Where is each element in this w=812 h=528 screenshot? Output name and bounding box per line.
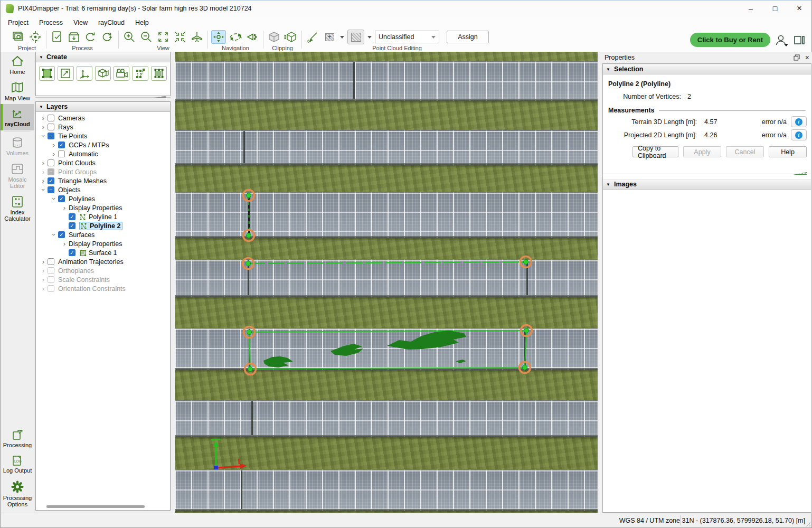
zoom-fit-icon[interactable]	[156, 30, 171, 44]
layer-row-point-groups[interactable]: › − Point Groups	[36, 167, 170, 176]
layer-row-cameras[interactable]: › Cameras	[36, 114, 170, 122]
left-panel-splitter[interactable]	[35, 96, 171, 99]
checkbox-unchecked-disabled[interactable]	[48, 276, 54, 283]
menu-raycloud[interactable]: rayCloud	[93, 17, 130, 28]
checkbox-checked[interactable]: ✓	[58, 195, 65, 202]
layer-row-surfaces[interactable]: › ✓ Surfaces	[36, 230, 170, 239]
sidebar-item-volumes[interactable]: Volumes	[1, 133, 34, 159]
chevron-right-icon[interactable]: ›	[50, 150, 58, 157]
checkbox-partial-disabled[interactable]: −	[48, 168, 54, 175]
create-object-button[interactable]	[95, 66, 111, 81]
reprocess-icon[interactable]	[83, 30, 98, 44]
viewpoint-mode-icon[interactable]	[245, 30, 260, 44]
sidebar-item-log-output[interactable]: LOG Log Output	[1, 451, 34, 477]
layer-row-surface-1[interactable]: ✓ Surface 1	[36, 248, 170, 257]
create-polyline-button[interactable]	[132, 66, 148, 81]
layer-row-orientation-constraints[interactable]: › Orientation Constraints	[36, 284, 170, 293]
checkbox-unchecked-disabled[interactable]	[48, 285, 54, 292]
checkbox-checked[interactable]: ✓	[58, 142, 65, 148]
help-button[interactable]: Help	[769, 146, 807, 157]
point-class-select[interactable]: Unclassified	[375, 31, 439, 43]
menu-process[interactable]: Process	[34, 17, 68, 28]
create-panel-header[interactable]: ▼ Create	[36, 52, 170, 62]
menu-help[interactable]: Help	[130, 17, 154, 28]
menu-view[interactable]: View	[68, 17, 93, 28]
chevron-right-icon[interactable]: ›	[60, 240, 69, 247]
create-orientation-button[interactable]	[77, 66, 92, 81]
select-region-icon[interactable]	[347, 30, 364, 44]
create-animation-trajectory-button[interactable]	[114, 66, 129, 81]
new-region-icon[interactable]: +	[322, 30, 337, 44]
checkbox-checked[interactable]: ✓	[69, 222, 75, 229]
checkbox-checked[interactable]: ✓	[69, 249, 75, 256]
checkbox-partial[interactable]: −	[48, 186, 54, 193]
processing-steps-icon[interactable]	[50, 30, 64, 44]
layer-row-tie-points[interactable]: › − Tie Points	[36, 131, 170, 140]
create-processing-area-button[interactable]	[39, 66, 55, 81]
select-region-dropdown-icon[interactable]	[367, 36, 372, 39]
properties-splitter[interactable]	[603, 172, 811, 176]
pan-mode-icon[interactable]	[211, 30, 226, 44]
checkbox-unchecked[interactable]	[48, 124, 54, 130]
clip-box-edit-icon[interactable]	[284, 30, 298, 44]
sidebar-item-map-view[interactable]: Map View	[1, 78, 34, 105]
sidebar-item-processing[interactable]: Processing	[1, 426, 34, 451]
raycloud-3d-view[interactable]	[175, 52, 598, 513]
project-images-icon[interactable]	[11, 30, 26, 44]
maximize-button[interactable]: □	[763, 1, 787, 16]
layer-row-scale-constraints[interactable]: › Scale Constraints	[36, 275, 170, 284]
reprocess-add-icon[interactable]	[100, 30, 115, 44]
checkbox-checked[interactable]: ✓	[58, 231, 65, 238]
panel-layout-icon[interactable]	[794, 35, 805, 45]
sidebar-item-raycloud[interactable]: rayCloud	[1, 104, 34, 130]
apply-button[interactable]: Apply	[683, 146, 721, 157]
chevron-right-icon[interactable]: ›	[39, 159, 48, 166]
checkbox-checked[interactable]: ✓	[69, 213, 75, 220]
layer-row-automatic[interactable]: › Automatic	[36, 149, 170, 158]
chevron-right-icon[interactable]: ›	[50, 142, 58, 148]
zoom-out-icon[interactable]	[139, 30, 154, 44]
checkbox-unchecked-disabled[interactable]	[48, 267, 54, 274]
resize-grip[interactable]	[805, 521, 810, 526]
sidebar-item-processing-options[interactable]: Processing Options	[1, 477, 34, 511]
chevron-down-icon[interactable]: ›	[40, 132, 47, 140]
draw-tool-icon[interactable]	[305, 30, 320, 44]
layer-row-gcps-mtps[interactable]: › ✓ GCPs / MTPs	[36, 140, 170, 149]
layer-row-polyline-1[interactable]: ✓ Polyline 1	[36, 212, 170, 221]
minimize-button[interactable]: –	[739, 1, 763, 16]
clip-box-icon[interactable]	[267, 30, 281, 44]
gcp-target-icon[interactable]	[28, 30, 43, 44]
menu-project[interactable]: Project	[3, 17, 34, 28]
zoom-in-icon[interactable]	[122, 30, 137, 44]
layer-row-point-clouds[interactable]: › Point Clouds	[36, 158, 170, 167]
layer-row-surfaces-display-properties[interactable]: › Display Properties	[36, 239, 170, 248]
sidebar-item-mosaic-editor[interactable]: Mosaic Editor	[1, 159, 34, 192]
selection-section-header[interactable]: ▼ Selection	[603, 64, 811, 74]
sidebar-item-home[interactable]: Home	[1, 52, 34, 78]
layer-row-animation-trajectories[interactable]: › Animation Trajectories	[36, 257, 170, 266]
checkbox-unchecked[interactable]	[48, 258, 54, 265]
layer-row-rays[interactable]: › Rays	[36, 122, 170, 131]
info-button[interactable]: i	[791, 129, 807, 140]
images-section-header[interactable]: ▼ Images	[603, 179, 811, 190]
layer-row-triangle-meshes[interactable]: › ✓ Triangle Meshes	[36, 176, 170, 185]
assign-button[interactable]: Assign	[447, 31, 489, 43]
chevron-right-icon[interactable]: ›	[39, 115, 48, 121]
chevron-right-icon[interactable]: ›	[39, 168, 48, 175]
chevron-right-icon[interactable]: ›	[39, 177, 48, 184]
open-results-icon[interactable]	[67, 30, 81, 44]
layers-panel-header[interactable]: ▼ Layers	[36, 102, 170, 112]
checkbox-unchecked[interactable]	[58, 150, 65, 157]
checkbox-partial[interactable]: −	[48, 133, 54, 139]
buy-or-rent-button[interactable]: Click to Buy or Rent	[690, 33, 770, 47]
chevron-down-icon[interactable]: ›	[40, 186, 47, 194]
sidebar-item-index-calculator[interactable]: Index Calculator	[1, 192, 34, 225]
create-scale-button[interactable]	[58, 66, 73, 81]
zoom-selection-icon[interactable]	[173, 30, 187, 44]
new-region-dropdown-icon[interactable]	[340, 36, 344, 39]
layer-row-orthoplanes[interactable]: › Orthoplanes	[36, 266, 170, 275]
layer-row-polylines[interactable]: › ✓ Polylines	[36, 194, 170, 203]
undock-icon[interactable]	[794, 54, 800, 61]
chevron-right-icon[interactable]: ›	[60, 204, 69, 211]
layer-row-objects[interactable]: › − Objects	[36, 185, 170, 194]
